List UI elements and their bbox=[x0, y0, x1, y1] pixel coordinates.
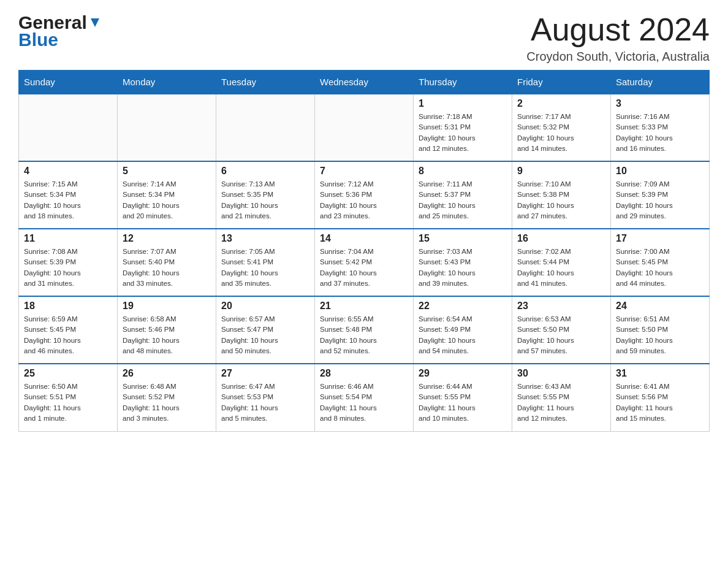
day-info: Sunrise: 6:57 AM Sunset: 5:47 PM Dayligh… bbox=[221, 314, 309, 356]
calendar-cell: 27Sunrise: 6:47 AM Sunset: 5:53 PM Dayli… bbox=[216, 364, 315, 431]
day-info: Sunrise: 7:14 AM Sunset: 5:34 PM Dayligh… bbox=[123, 179, 211, 221]
calendar-week-row: 4Sunrise: 7:15 AM Sunset: 5:34 PM Daylig… bbox=[19, 161, 710, 229]
day-info: Sunrise: 6:59 AM Sunset: 5:45 PM Dayligh… bbox=[24, 314, 112, 356]
calendar-cell: 18Sunrise: 6:59 AM Sunset: 5:45 PM Dayli… bbox=[19, 296, 118, 364]
calendar-cell: 13Sunrise: 7:05 AM Sunset: 5:41 PM Dayli… bbox=[216, 229, 315, 296]
day-info: Sunrise: 7:09 AM Sunset: 5:39 PM Dayligh… bbox=[616, 179, 704, 221]
day-number: 5 bbox=[123, 166, 211, 177]
weekday-header-thursday: Thursday bbox=[414, 71, 512, 94]
calendar-cell: 29Sunrise: 6:44 AM Sunset: 5:55 PM Dayli… bbox=[414, 364, 512, 431]
day-info: Sunrise: 6:46 AM Sunset: 5:54 PM Dayligh… bbox=[320, 381, 408, 424]
calendar-cell: 14Sunrise: 7:04 AM Sunset: 5:42 PM Dayli… bbox=[315, 229, 414, 296]
day-info: Sunrise: 7:17 AM Sunset: 5:32 PM Dayligh… bbox=[517, 112, 605, 154]
calendar-cell: 23Sunrise: 6:53 AM Sunset: 5:50 PM Dayli… bbox=[512, 296, 611, 364]
day-number: 19 bbox=[123, 301, 211, 312]
calendar-cell: 26Sunrise: 6:48 AM Sunset: 5:52 PM Dayli… bbox=[118, 364, 216, 431]
calendar-cell: 20Sunrise: 6:57 AM Sunset: 5:47 PM Dayli… bbox=[216, 296, 315, 364]
day-info: Sunrise: 6:41 AM Sunset: 5:56 PM Dayligh… bbox=[616, 381, 704, 424]
day-info: Sunrise: 6:54 AM Sunset: 5:49 PM Dayligh… bbox=[419, 314, 507, 356]
day-info: Sunrise: 6:48 AM Sunset: 5:52 PM Dayligh… bbox=[123, 381, 211, 424]
day-number: 18 bbox=[24, 301, 112, 312]
day-info: Sunrise: 6:50 AM Sunset: 5:51 PM Dayligh… bbox=[24, 381, 112, 424]
day-number: 15 bbox=[419, 233, 507, 244]
day-info: Sunrise: 6:53 AM Sunset: 5:50 PM Dayligh… bbox=[517, 314, 605, 356]
day-number: 8 bbox=[419, 166, 507, 177]
day-info: Sunrise: 7:04 AM Sunset: 5:42 PM Dayligh… bbox=[320, 247, 408, 289]
weekday-header-monday: Monday bbox=[118, 71, 216, 94]
day-info: Sunrise: 7:07 AM Sunset: 5:40 PM Dayligh… bbox=[123, 247, 211, 289]
calendar-cell: 17Sunrise: 7:00 AM Sunset: 5:45 PM Dayli… bbox=[611, 229, 710, 296]
calendar-cell: 28Sunrise: 6:46 AM Sunset: 5:54 PM Dayli… bbox=[315, 364, 414, 431]
day-number: 6 bbox=[221, 166, 309, 177]
day-info: Sunrise: 7:11 AM Sunset: 5:37 PM Dayligh… bbox=[419, 179, 507, 221]
calendar-week-row: 18Sunrise: 6:59 AM Sunset: 5:45 PM Dayli… bbox=[19, 296, 710, 364]
day-number: 26 bbox=[123, 368, 211, 379]
calendar-table: SundayMondayTuesdayWednesdayThursdayFrid… bbox=[18, 70, 710, 432]
day-number: 17 bbox=[616, 233, 704, 244]
weekday-header-friday: Friday bbox=[512, 71, 611, 94]
calendar-week-row: 11Sunrise: 7:08 AM Sunset: 5:39 PM Dayli… bbox=[19, 229, 710, 296]
day-info: Sunrise: 7:05 AM Sunset: 5:41 PM Dayligh… bbox=[221, 247, 309, 289]
logo-blue-text: Blue bbox=[18, 29, 58, 50]
calendar-header-row: SundayMondayTuesdayWednesdayThursdayFrid… bbox=[19, 71, 710, 94]
day-number: 30 bbox=[517, 368, 605, 379]
day-info: Sunrise: 7:18 AM Sunset: 5:31 PM Dayligh… bbox=[419, 112, 507, 154]
day-number: 27 bbox=[221, 368, 309, 379]
calendar-cell bbox=[118, 94, 216, 161]
calendar-cell: 31Sunrise: 6:41 AM Sunset: 5:56 PM Dayli… bbox=[611, 364, 710, 431]
day-number: 31 bbox=[616, 368, 704, 379]
day-number: 2 bbox=[517, 98, 605, 109]
location-text: Croydon South, Victoria, Australia bbox=[526, 50, 710, 64]
day-number: 16 bbox=[517, 233, 605, 244]
calendar-week-row: 25Sunrise: 6:50 AM Sunset: 5:51 PM Dayli… bbox=[19, 364, 710, 431]
day-number: 22 bbox=[419, 301, 507, 312]
calendar-cell: 21Sunrise: 6:55 AM Sunset: 5:48 PM Dayli… bbox=[315, 296, 414, 364]
day-info: Sunrise: 6:51 AM Sunset: 5:50 PM Dayligh… bbox=[616, 314, 704, 356]
page-header: General Blue August 2024 Croydon South, … bbox=[18, 12, 710, 64]
day-info: Sunrise: 7:12 AM Sunset: 5:36 PM Dayligh… bbox=[320, 179, 408, 221]
day-number: 13 bbox=[221, 233, 309, 244]
logo: General Blue bbox=[18, 12, 102, 50]
svg-marker-0 bbox=[91, 18, 99, 27]
weekday-header-tuesday: Tuesday bbox=[216, 71, 315, 94]
day-number: 3 bbox=[616, 98, 704, 109]
calendar-cell: 24Sunrise: 6:51 AM Sunset: 5:50 PM Dayli… bbox=[611, 296, 710, 364]
calendar-cell bbox=[315, 94, 414, 161]
calendar-cell: 16Sunrise: 7:02 AM Sunset: 5:44 PM Dayli… bbox=[512, 229, 611, 296]
calendar-cell: 9Sunrise: 7:10 AM Sunset: 5:38 PM Daylig… bbox=[512, 161, 611, 229]
calendar-cell: 2Sunrise: 7:17 AM Sunset: 5:32 PM Daylig… bbox=[512, 94, 611, 161]
day-info: Sunrise: 7:02 AM Sunset: 5:44 PM Dayligh… bbox=[517, 247, 605, 289]
calendar-week-row: 1Sunrise: 7:18 AM Sunset: 5:31 PM Daylig… bbox=[19, 94, 710, 161]
calendar-cell: 6Sunrise: 7:13 AM Sunset: 5:35 PM Daylig… bbox=[216, 161, 315, 229]
calendar-cell: 25Sunrise: 6:50 AM Sunset: 5:51 PM Dayli… bbox=[19, 364, 118, 431]
calendar-cell: 19Sunrise: 6:58 AM Sunset: 5:46 PM Dayli… bbox=[118, 296, 216, 364]
calendar-cell bbox=[216, 94, 315, 161]
day-number: 14 bbox=[320, 233, 408, 244]
day-info: Sunrise: 6:47 AM Sunset: 5:53 PM Dayligh… bbox=[221, 381, 309, 424]
weekday-header-wednesday: Wednesday bbox=[315, 71, 414, 94]
day-number: 10 bbox=[616, 166, 704, 177]
day-info: Sunrise: 7:08 AM Sunset: 5:39 PM Dayligh… bbox=[24, 247, 112, 289]
calendar-cell: 4Sunrise: 7:15 AM Sunset: 5:34 PM Daylig… bbox=[19, 161, 118, 229]
calendar-cell: 8Sunrise: 7:11 AM Sunset: 5:37 PM Daylig… bbox=[414, 161, 512, 229]
month-title: August 2024 bbox=[526, 12, 710, 47]
calendar-cell bbox=[19, 94, 118, 161]
day-number: 9 bbox=[517, 166, 605, 177]
calendar-cell: 5Sunrise: 7:14 AM Sunset: 5:34 PM Daylig… bbox=[118, 161, 216, 229]
day-number: 12 bbox=[123, 233, 211, 244]
calendar-cell: 1Sunrise: 7:18 AM Sunset: 5:31 PM Daylig… bbox=[414, 94, 512, 161]
weekday-header-sunday: Sunday bbox=[19, 71, 118, 94]
day-info: Sunrise: 6:44 AM Sunset: 5:55 PM Dayligh… bbox=[419, 381, 507, 424]
day-info: Sunrise: 6:58 AM Sunset: 5:46 PM Dayligh… bbox=[123, 314, 211, 356]
day-number: 24 bbox=[616, 301, 704, 312]
day-number: 4 bbox=[24, 166, 112, 177]
day-number: 29 bbox=[419, 368, 507, 379]
day-info: Sunrise: 7:15 AM Sunset: 5:34 PM Dayligh… bbox=[24, 179, 112, 221]
calendar-cell: 10Sunrise: 7:09 AM Sunset: 5:39 PM Dayli… bbox=[611, 161, 710, 229]
calendar-cell: 15Sunrise: 7:03 AM Sunset: 5:43 PM Dayli… bbox=[414, 229, 512, 296]
day-number: 28 bbox=[320, 368, 408, 379]
day-info: Sunrise: 6:43 AM Sunset: 5:55 PM Dayligh… bbox=[517, 381, 605, 424]
day-number: 7 bbox=[320, 166, 408, 177]
weekday-header-saturday: Saturday bbox=[611, 71, 710, 94]
day-number: 1 bbox=[419, 98, 507, 109]
